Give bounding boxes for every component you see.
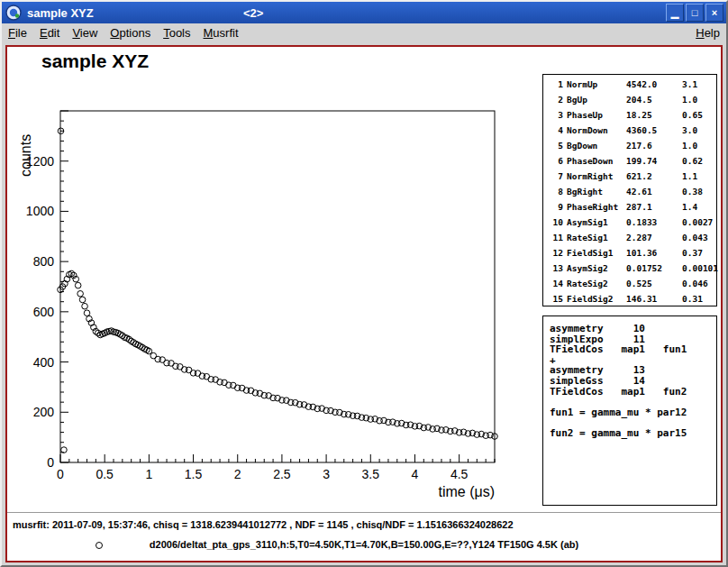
close-button[interactable]: ×	[705, 4, 723, 22]
maximize-button[interactable]: □	[686, 4, 704, 22]
svg-text:600: 600	[33, 305, 55, 319]
param-row: 5BgDown217.61.0	[547, 138, 713, 153]
maximize-icon: □	[692, 7, 698, 18]
window-title: sample XYZ	[27, 6, 94, 20]
svg-text:200: 200	[33, 405, 55, 419]
svg-text:0: 0	[57, 467, 64, 481]
svg-text:1000: 1000	[26, 204, 54, 218]
param-row: 11RateSig12.2870.043	[547, 230, 713, 245]
legend: d2006/deltat_pta_gps_3110,h:5,T0=4.50K,T…	[7, 539, 721, 553]
minimize-icon: ▁	[671, 7, 678, 19]
theory-pad[interactable]: asymmetry 10 simplExpo 11 TFieldCos map1…	[542, 316, 717, 506]
data-marker-icon	[96, 542, 103, 549]
fit-parameters-pad[interactable]: 1NormUp4542.03.12BgUp204.51.03PhaseUp18.…	[542, 74, 717, 306]
svg-text:0: 0	[47, 455, 54, 470]
menu-right-group: Help	[689, 23, 726, 42]
param-row: 13AsymSig20.017520.00101	[547, 261, 713, 276]
svg-text:0.5: 0.5	[96, 467, 114, 481]
param-row: 2BgUp204.51.0	[547, 92, 713, 107]
menu-item-view[interactable]: View	[66, 23, 104, 42]
param-row: 3PhaseUp18.250.65	[547, 107, 713, 123]
svg-text:400: 400	[33, 355, 55, 370]
svg-text:2.5: 2.5	[273, 467, 291, 481]
minimize-button[interactable]: ▁	[666, 4, 684, 22]
title-bar[interactable]: sample XYZ <2> ▁ □ ×	[2, 2, 726, 23]
svg-text:3.5: 3.5	[362, 467, 380, 481]
fit-info-pad: musrfit: 2011-07-09, 15:37:46, chisq = 1…	[7, 512, 721, 561]
param-row: 4NormDown4360.53.0	[547, 123, 713, 138]
param-row: 1NormUp4542.03.1	[547, 77, 713, 92]
param-row: 12FieldSig1101.360.37	[547, 245, 713, 261]
svg-text:4: 4	[412, 467, 419, 481]
menu-item-tools[interactable]: Tools	[157, 23, 196, 42]
menu-item-file[interactable]: File	[2, 23, 33, 42]
param-row: 9PhaseRight287.11.4	[547, 199, 713, 215]
svg-text:2: 2	[234, 467, 241, 481]
menu-left-group: FileEditViewOptionsToolsMusrfit	[2, 23, 245, 42]
application-window: sample XYZ <2> ▁ □ × FileEditViewOptions…	[0, 0, 728, 567]
menu-bar: FileEditViewOptionsToolsMusrfit Help	[2, 23, 726, 42]
svg-text:4.5: 4.5	[450, 467, 469, 481]
svg-text:time (μs): time (μs)	[438, 484, 495, 499]
close-icon: ×	[712, 7, 717, 18]
window-controls: ▁ □ ×	[666, 4, 723, 22]
param-row: 7NormRight621.21.1	[547, 169, 713, 184]
svg-text:1: 1	[145, 467, 152, 481]
param-row: 15FieldSig2146.310.31	[547, 291, 713, 306]
legend-text: d2006/deltat_pta_gps_3110,h:5,T0=4.50K,T…	[7, 539, 721, 550]
svg-text:counts: counts	[18, 134, 33, 177]
plot-title: sample XYZ	[41, 50, 149, 72]
menu-item-musrfit[interactable]: Musrfit	[197, 23, 245, 42]
main-plot[interactable]: 00.511.522.533.544.502004006008001000120…	[7, 94, 512, 508]
menu-item-options[interactable]: Options	[104, 23, 157, 42]
menu-item-edit[interactable]: Edit	[33, 23, 66, 42]
param-row: 8BgRight42.610.38	[547, 184, 713, 199]
param-row: 6PhaseDown199.740.62	[547, 153, 713, 169]
fit-status-line: musrfit: 2011-07-09, 15:37:46, chisq = 1…	[7, 513, 721, 530]
menu-item-help[interactable]: Help	[689, 23, 726, 42]
app-icon[interactable]	[5, 5, 22, 21]
param-row: 14RateSig20.5250.046	[547, 276, 713, 291]
svg-text:3: 3	[323, 467, 330, 481]
workspace-indicator: <2>	[243, 6, 263, 20]
root-canvas[interactable]: sample XYZ 00.511.522.533.544.5020040060…	[5, 45, 723, 562]
plot-frame	[60, 111, 495, 462]
param-row: 10AsymSig10.18330.0027	[547, 215, 713, 230]
svg-text:800: 800	[33, 254, 55, 269]
canvas-area: sample XYZ 00.511.522.533.544.5020040060…	[2, 42, 726, 565]
svg-text:1.5: 1.5	[185, 467, 203, 481]
